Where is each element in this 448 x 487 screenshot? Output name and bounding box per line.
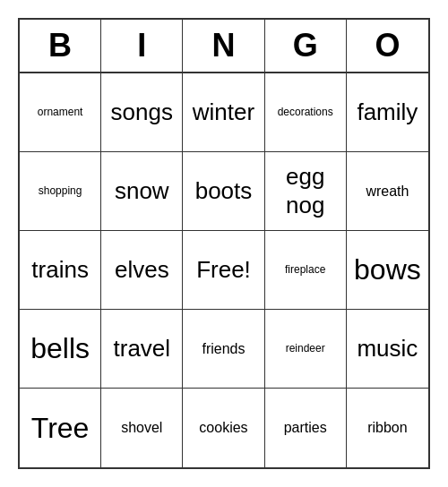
bingo-cell[interactable]: songs [101, 73, 183, 152]
bingo-cell[interactable]: wreath [347, 152, 428, 231]
cell-text: family [357, 98, 418, 126]
cell-text: wreath [366, 183, 409, 200]
bingo-cell[interactable]: shovel [101, 389, 183, 467]
cell-text: Tree [31, 411, 90, 445]
cell-text: snow [115, 177, 169, 205]
bingo-grid: ornamentsongswinterdecorationsfamilyshop… [20, 73, 428, 467]
bingo-header: BINGO [20, 20, 428, 73]
header-letter: O [347, 20, 428, 72]
cell-text: winter [193, 98, 254, 126]
cell-text: parties [284, 419, 327, 436]
bingo-cell[interactable]: ornament [20, 73, 101, 152]
cell-text: decorations [278, 106, 333, 118]
bingo-cell[interactable]: friends [183, 310, 264, 389]
bingo-cell[interactable]: shopping [20, 152, 101, 231]
header-letter: B [20, 20, 101, 72]
cell-text: boots [195, 177, 253, 205]
header-letter: G [265, 20, 347, 72]
bingo-cell[interactable]: reindeer [265, 310, 347, 389]
bingo-cell[interactable]: boots [183, 152, 264, 231]
bingo-cell[interactable]: parties [265, 389, 347, 467]
bingo-cell[interactable]: egg nog [265, 152, 347, 231]
bingo-cell[interactable]: ribbon [347, 389, 428, 467]
cell-text: music [357, 335, 418, 363]
bingo-cell[interactable]: fireplace [265, 231, 347, 310]
header-letter: I [101, 20, 183, 72]
cell-text: bows [354, 252, 421, 286]
bingo-cell[interactable]: family [347, 73, 428, 152]
cell-text: ribbon [367, 419, 407, 436]
bingo-cell[interactable]: bells [20, 310, 101, 389]
cell-text: travel [114, 335, 171, 363]
cell-text: friends [202, 340, 245, 357]
cell-text: Free! [196, 256, 251, 284]
bingo-cell[interactable]: snow [101, 152, 183, 231]
bingo-cell[interactable]: music [347, 310, 428, 389]
cell-text: shopping [39, 184, 82, 197]
cell-text: reindeer [286, 342, 325, 355]
bingo-cell[interactable]: bows [347, 231, 428, 310]
cell-text: ornament [38, 106, 83, 118]
cell-text: songs [111, 98, 173, 126]
bingo-card: BINGO ornamentsongswinterdecorationsfami… [18, 18, 430, 469]
bingo-cell[interactable]: Free! [183, 231, 264, 310]
cell-text: fireplace [285, 263, 325, 276]
cell-text: bells [30, 331, 90, 365]
cell-text: cookies [199, 419, 247, 436]
cell-text: egg nog [286, 163, 324, 218]
bingo-cell[interactable]: Tree [20, 389, 101, 467]
bingo-cell[interactable]: winter [183, 73, 264, 152]
cell-text: shovel [121, 419, 162, 436]
bingo-cell[interactable]: travel [101, 310, 183, 389]
cell-text: trains [31, 256, 89, 284]
bingo-cell[interactable]: trains [20, 231, 101, 310]
bingo-cell[interactable]: cookies [183, 389, 264, 467]
bingo-cell[interactable]: elves [101, 231, 183, 310]
header-letter: N [183, 20, 264, 72]
cell-text: elves [115, 256, 169, 284]
bingo-cell[interactable]: decorations [265, 73, 347, 152]
